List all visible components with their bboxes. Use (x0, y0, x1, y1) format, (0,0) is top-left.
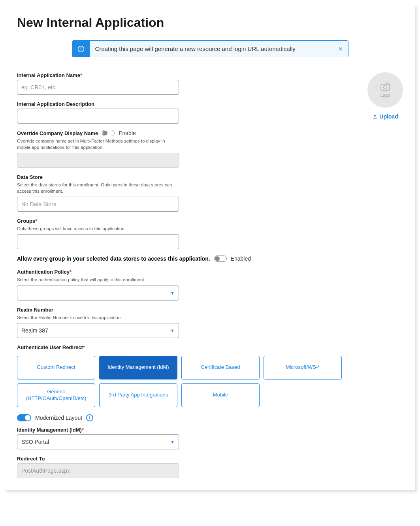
info-banner: Creating this page will generate a new r… (72, 40, 348, 57)
override-name-toggle-text: Enable (119, 130, 136, 136)
allow-every-label: Allow every group in your selected data … (17, 255, 210, 262)
banner-close-button[interactable]: ✕ (333, 41, 348, 57)
data-store-label: Data Store (17, 174, 179, 180)
auth-policy-help: Select the authentication policy that wi… (17, 276, 179, 283)
redirect-tile-idm[interactable]: Identity Management (IdM) (99, 356, 177, 379)
redirect-tile-generic[interactable]: Generic (HTTP/OAuth/OpenID/etc) (17, 383, 95, 407)
info-icon[interactable]: i (86, 414, 93, 421)
field-auth-policy: Authentication Policy* Select the authen… (17, 269, 179, 300)
realm-help: Select the Realm Number to use for this … (17, 314, 179, 321)
logo-placeholder: Logo (367, 72, 403, 108)
groups-input[interactable] (17, 234, 179, 249)
idm-label: Identity Management (IdM)* (17, 427, 179, 433)
page-card: New Internal Application Creating this p… (5, 5, 415, 490)
info-icon (72, 41, 90, 57)
auth-redirect-label: Authenticate User Redirect* (17, 344, 342, 350)
groups-label: Groups* (17, 218, 179, 224)
modernized-label: Modernized Layout (35, 415, 82, 421)
field-app-desc: Internal Application Description (17, 101, 179, 124)
override-name-input (17, 153, 179, 168)
field-auth-redirect: Authenticate User Redirect* (17, 344, 342, 350)
camera-icon (380, 83, 391, 91)
redirect-tiles: Custom Redirect Identity Management (IdM… (17, 356, 342, 407)
redirect-tile-3rdparty[interactable]: 3rd Party App Integrations (99, 383, 177, 407)
redirect-tile-mobile[interactable]: Mobile (181, 383, 260, 407)
modernized-toggle[interactable] (17, 414, 31, 421)
allow-every-toggle-text: Enabled (231, 255, 251, 262)
redirect-tile-custom[interactable]: Custom Redirect (17, 356, 95, 379)
auth-policy-label: Authentication Policy* (17, 269, 179, 275)
svg-rect-3 (381, 84, 390, 90)
override-name-label: Override Company Display Name (17, 130, 98, 136)
allow-every-row: Allow every group in your selected data … (17, 255, 342, 262)
page-title: New Internal Application (17, 15, 403, 30)
app-desc-label: Internal Application Description (17, 101, 179, 107)
data-store-help: Select the data stores for this enrollme… (17, 182, 179, 194)
app-name-label: Internal Application Name* (17, 72, 179, 78)
banner-text: Creating this page will generate a new r… (90, 41, 333, 57)
override-name-toggle[interactable] (102, 130, 115, 136)
redirect-tile-ms[interactable]: Microsoft/WS-* (264, 356, 342, 379)
chevron-down-icon: ▼ (170, 440, 175, 444)
upload-icon (372, 114, 378, 119)
svg-point-4 (384, 86, 387, 89)
app-name-input[interactable] (17, 80, 179, 95)
field-app-name: Internal Application Name* (17, 72, 179, 95)
svg-rect-5 (386, 83, 388, 84)
field-data-store: Data Store Select the data stores for th… (17, 174, 179, 212)
field-redirect-to: Redirect To (17, 456, 179, 478)
idm-value: SSO Portal (21, 439, 49, 445)
realm-label: Realm Number (17, 307, 179, 313)
modernized-row: Modernized Layout i (17, 414, 342, 421)
redirect-to-input (17, 463, 179, 478)
field-override-name: Override Company Display Name Enable Ove… (17, 130, 179, 168)
data-store-input[interactable] (17, 197, 179, 212)
override-name-help: Override company name set in Multi-Facto… (17, 138, 179, 150)
chevron-down-icon: ▼ (170, 328, 175, 333)
realm-select[interactable]: Realm 387 ▼ (17, 323, 179, 338)
logo-placeholder-text: Logo (380, 93, 390, 98)
svg-point-2 (81, 47, 81, 47)
field-groups: Groups* Only these groups will have acce… (17, 218, 179, 249)
idm-select[interactable]: SSO Portal ▼ (17, 434, 179, 449)
field-idm: Identity Management (IdM)* SSO Portal ▼ (17, 427, 179, 449)
groups-help: Only these groups will have access to th… (17, 225, 179, 232)
upload-button[interactable]: Upload (372, 113, 398, 120)
logo-panel: Logo Upload (367, 72, 403, 121)
redirect-tile-cert[interactable]: Certificate Based (181, 356, 260, 379)
field-realm: Realm Number Select the Realm Number to … (17, 307, 179, 338)
redirect-to-label: Redirect To (17, 456, 179, 462)
chevron-down-icon: ▼ (170, 291, 175, 295)
auth-policy-select[interactable]: ▼ (17, 286, 179, 301)
realm-value: Realm 387 (21, 327, 48, 334)
app-desc-input[interactable] (17, 109, 179, 124)
allow-every-toggle[interactable] (214, 255, 227, 262)
